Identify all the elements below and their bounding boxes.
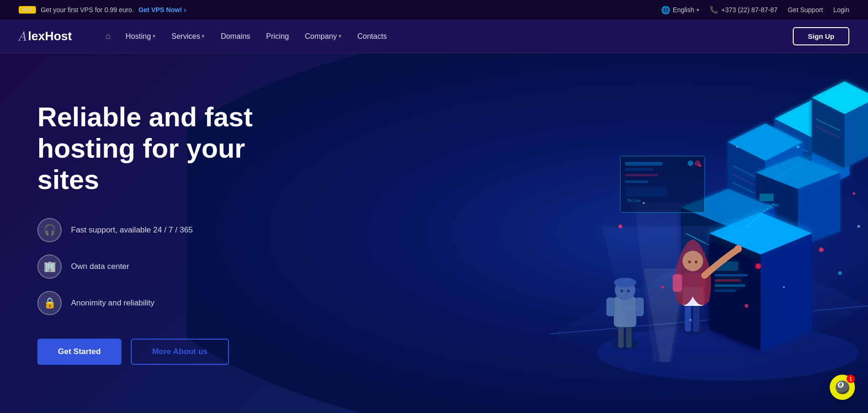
services-chevron-icon: ▾ [202, 33, 205, 39]
nav-contacts-label: Contacts [357, 32, 387, 41]
navbar: 𝐴 lexHost ⌂ Hosting ▾ Services ▾ Domains… [0, 20, 868, 53]
phone-icon: 📞 [710, 6, 719, 14]
nav-item-pricing[interactable]: Pricing [260, 29, 296, 44]
hero-title: Reliable and fast hosting for your sites [37, 101, 290, 195]
nav-item-hosting[interactable]: Hosting ▾ [119, 29, 162, 44]
chevron-down-icon: ▾ [697, 7, 699, 13]
nav-hosting-label: Hosting [126, 32, 151, 41]
logo[interactable]: 𝐴 lexHost [19, 28, 72, 44]
nav-item-contacts[interactable]: Contacts [351, 29, 393, 44]
svg-rect-54 [625, 168, 653, 171]
more-about-us-button[interactable]: More About us [131, 339, 229, 365]
nav-domains-label: Domains [221, 32, 250, 41]
feature-security-text: Anonimity and reliability [71, 298, 155, 308]
feature-datacenter-text: Own data center [71, 262, 129, 271]
svg-rect-53 [625, 162, 662, 166]
nav-company-label: Company [305, 32, 336, 41]
svg-rect-42 [715, 274, 747, 276]
svg-rect-26 [760, 194, 774, 201]
language-selector[interactable]: 🌐 English ▾ [661, 6, 699, 14]
support-icon: 🎧 [37, 218, 62, 242]
svg-point-90 [736, 146, 738, 148]
language-label: English [673, 6, 694, 14]
promo-text: Get your first VPS for 0.99 euro. [41, 6, 134, 14]
phone-number: +373 (22) 87-87-87 [721, 6, 777, 14]
svg-rect-73 [693, 304, 699, 332]
nav-item-company[interactable]: Company ▾ [298, 29, 348, 44]
svg-text:Online: Online [627, 199, 641, 203]
hero-buttons: Get Started More About us [37, 339, 290, 365]
svg-point-82 [698, 164, 701, 167]
get-support-link[interactable]: Get Support [788, 6, 823, 14]
svg-point-89 [643, 202, 645, 204]
feature-security: 🔒 Anonimity and reliability [37, 291, 290, 315]
hero-illustration: Online [457, 63, 868, 409]
svg-rect-57 [625, 187, 667, 196]
hero-section: Reliable and fast hosting for your sites… [0, 53, 868, 413]
nav-item-domains[interactable]: Domains [214, 29, 256, 44]
nav-links: ⌂ Hosting ▾ Services ▾ Domains Pricing C… [100, 28, 793, 45]
svg-point-84 [853, 192, 855, 195]
globe-icon: 🌐 [661, 6, 670, 14]
svg-rect-67 [606, 297, 615, 316]
chat-widget[interactable]: 🎱 1 [830, 375, 855, 400]
svg-point-92 [857, 225, 860, 228]
svg-point-87 [797, 145, 799, 148]
hero-title-line1: Reliable and fast [37, 101, 253, 132]
phone-wrap: 📞 +373 (22) 87-87-87 [710, 6, 777, 14]
svg-rect-44 [715, 284, 745, 287]
security-icon: 🔒 [37, 291, 62, 315]
feature-support: 🎧 Fast support, available 24 / 7 / 365 [37, 218, 290, 242]
hero-content: Reliable and fast hosting for your sites… [0, 73, 327, 392]
feature-support-text: Fast support, available 24 / 7 / 365 [71, 225, 193, 235]
svg-point-88 [838, 271, 842, 275]
svg-rect-56 [625, 181, 648, 183]
hero-title-line2: hosting for your sites [37, 133, 245, 195]
datacenter-icon: 🏢 [37, 254, 62, 279]
chat-badge: 1 [847, 375, 855, 383]
svg-point-85 [745, 304, 748, 308]
svg-point-58 [688, 160, 693, 166]
svg-point-80 [734, 245, 742, 253]
nav-services-label: Services [171, 32, 200, 41]
logo-icon: 𝐴 [19, 28, 27, 44]
promo-link[interactable]: Get VPS Now! › [138, 6, 186, 14]
company-chevron-icon: ▾ [339, 33, 342, 39]
feature-datacenter: 🏢 Own data center [37, 254, 290, 279]
get-started-button[interactable]: Get Started [37, 339, 121, 365]
isometric-svg: Online [457, 63, 868, 409]
signup-button[interactable]: Sign Up [793, 27, 849, 45]
svg-rect-55 [625, 174, 658, 176]
nav-home[interactable]: ⌂ [100, 28, 116, 45]
login-link[interactable]: Login [833, 6, 849, 14]
nav-item-services[interactable]: Services ▾ [165, 29, 211, 44]
svg-rect-43 [715, 279, 740, 282]
svg-point-46 [755, 263, 761, 269]
nav-pricing-label: Pricing [266, 32, 289, 41]
topbar-right: 🌐 English ▾ 📞 +373 (22) 87-87-87 Get Sup… [661, 6, 849, 14]
topbar-left: HOT Get your first VPS for 0.99 euro. Ge… [19, 6, 186, 14]
svg-point-83 [819, 247, 824, 252]
svg-rect-45 [715, 290, 736, 292]
logo-text: lexHost [28, 29, 72, 43]
hosting-chevron-icon: ▾ [153, 33, 156, 39]
hot-badge: HOT [19, 6, 36, 14]
topbar: HOT Get your first VPS for 0.99 euro. Ge… [0, 0, 868, 20]
hero-features: 🎧 Fast support, available 24 / 7 / 365 🏢… [37, 218, 290, 315]
svg-rect-62 [618, 325, 624, 348]
svg-point-91 [783, 286, 785, 288]
chat-widget-icon: 🎱 [835, 380, 850, 395]
